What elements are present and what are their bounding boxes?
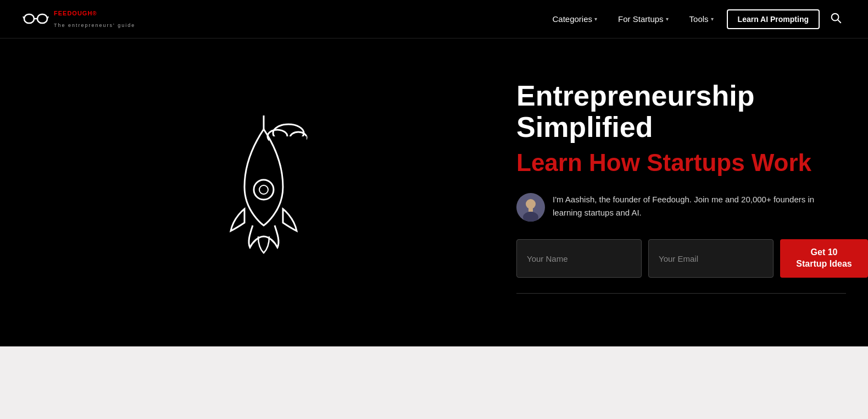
- hero-main-title: Entrepreneurship Simplified: [516, 80, 846, 143]
- svg-rect-10: [269, 136, 307, 144]
- trademark: ®: [92, 10, 97, 16]
- nav-item-for-startups[interactable]: For Startups ▾: [610, 10, 676, 28]
- submit-button[interactable]: Get 10 Startup Ideas: [780, 239, 868, 278]
- chevron-down-icon: ▾: [666, 16, 669, 22]
- logo-tagline: The entrepreneurs' guide: [54, 23, 135, 28]
- nav-item-categories[interactable]: Categories ▾: [545, 10, 605, 28]
- svg-point-12: [259, 185, 268, 194]
- name-input[interactable]: [516, 239, 642, 278]
- hero-section: Entrepreneurship Simplified Learn How St…: [0, 38, 868, 346]
- svg-rect-16: [528, 208, 533, 212]
- hero-sub-title: Learn How Startups Work: [516, 148, 846, 178]
- chevron-down-icon: ▾: [594, 16, 597, 22]
- svg-rect-1: [37, 14, 47, 23]
- logo-icon: [22, 5, 49, 33]
- brand-name: FEEDOUGH®: [54, 10, 135, 22]
- navbar: FEEDOUGH® The entrepreneurs' guide Categ…: [0, 0, 868, 38]
- svg-point-14: [526, 199, 536, 209]
- rocket-svg: [203, 104, 324, 269]
- svg-point-11: [254, 180, 274, 200]
- search-icon[interactable]: [825, 7, 846, 31]
- avatar-image: [516, 193, 545, 222]
- signup-form: Get 10 Startup Ideas: [516, 239, 846, 278]
- hero-illustration: [22, 104, 516, 269]
- hero-content: Entrepreneurship Simplified Learn How St…: [516, 80, 846, 294]
- divider: [516, 293, 846, 294]
- founder-description: I'm Aashish, the founder of Feedough. Jo…: [553, 193, 816, 219]
- founder-row: I'm Aashish, the founder of Feedough. Jo…: [516, 193, 846, 222]
- logo-link[interactable]: FEEDOUGH® The entrepreneurs' guide: [22, 5, 135, 33]
- chevron-down-icon: ▾: [711, 16, 714, 22]
- svg-rect-0: [24, 14, 34, 23]
- below-fold-section: [0, 346, 868, 419]
- email-input[interactable]: [648, 239, 774, 278]
- learn-ai-prompting-button[interactable]: Learn AI Prompting: [727, 9, 820, 29]
- founder-avatar: [516, 193, 545, 222]
- svg-line-6: [838, 20, 841, 23]
- nav-links: Categories ▾ For Startups ▾ Tools ▾ Lear…: [545, 7, 847, 31]
- nav-item-tools[interactable]: Tools ▾: [682, 10, 721, 28]
- logo-text: FEEDOUGH® The entrepreneurs' guide: [54, 10, 135, 28]
